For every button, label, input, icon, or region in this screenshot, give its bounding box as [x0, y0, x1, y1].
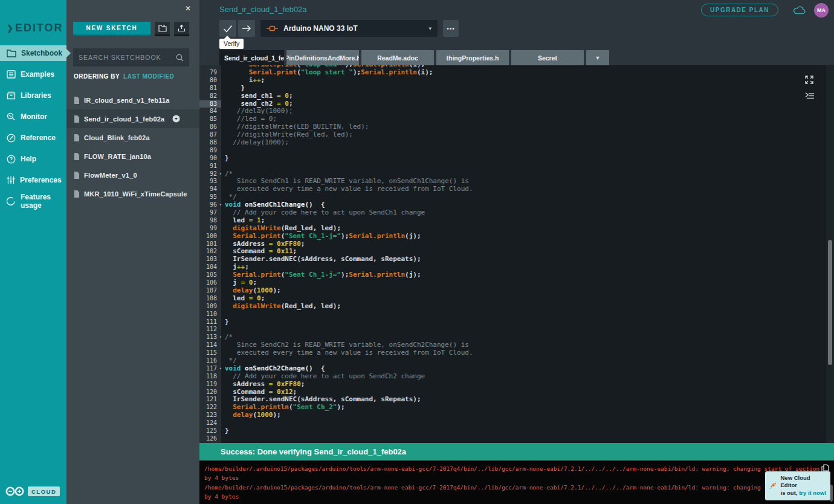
sketch-list-item[interactable]: Cloud_Blink_feb02a: [66, 128, 199, 147]
line-number: 88: [199, 139, 221, 147]
line-number: 108: [199, 295, 221, 303]
code-line: delay(1000);: [221, 412, 281, 419]
sketch-list-item[interactable]: IR_cloud_send_v1_feb11a: [66, 91, 199, 109]
board-selector[interactable]: Arduino NANO 33 IoT ▾: [260, 20, 438, 37]
line-number: 95: [199, 193, 221, 201]
sidebar-item-preferences[interactable]: Preferences: [0, 172, 66, 188]
line-number: 96▾: [199, 201, 221, 209]
new-folder-icon: [158, 24, 167, 32]
sketch-list-item[interactable]: FlowMeter_v1_0: [66, 166, 199, 184]
editor-scrollbar-track[interactable]: [826, 65, 834, 443]
sketch-name: MKR_1010_WiFi_xTimeCapsule: [84, 190, 187, 198]
code-line: executed every time a new value is recei…: [221, 349, 473, 357]
upload-button[interactable]: [238, 20, 255, 37]
editor-scrollbar-thumb[interactable]: [828, 240, 832, 365]
sketch-list: IR_cloud_send_v1_feb11a Send_ir_cloud_1_…: [66, 91, 199, 203]
code-line: //delay(1000);: [221, 139, 289, 147]
cloud-sync-icon[interactable]: [793, 5, 807, 18]
sketch-name: IR_cloud_send_v1_feb11a: [84, 97, 170, 104]
editor-logo: ❯ EDITOR: [7, 22, 63, 34]
tab-readme-adoc[interactable]: ReadMe.adoc: [361, 50, 434, 65]
code-lines: Serial.print("loop end ");Serial.println…: [199, 65, 826, 443]
line-number: 92▾: [199, 170, 221, 178]
try-it-now-link[interactable]: try it now!: [799, 489, 826, 496]
sidebar-item-monitor[interactable]: Monitor: [0, 109, 66, 124]
line-number: 110: [199, 311, 221, 318]
line-number: 90: [199, 155, 221, 163]
line-number: 119: [199, 381, 221, 389]
sidebar-item-label: Examples: [21, 70, 54, 79]
code-line: IrSender.sendNEC(sAddress, sCommand, sRe…: [221, 256, 421, 263]
sidebar-item-sketchbook[interactable]: Sketchbook: [0, 45, 66, 61]
line-number: 123: [199, 412, 221, 419]
line-number: 104: [199, 263, 221, 271]
sidebar-item-features-usage[interactable]: Features usage: [0, 193, 66, 209]
sidebar-item-help[interactable]: Help: [0, 151, 66, 167]
sketch-list-item[interactable]: Send_ir_cloud_1_feb02a: [66, 109, 199, 128]
new-folder-button[interactable]: [155, 22, 170, 36]
sidebar-item-label: Reference: [21, 134, 56, 142]
line-number: 111: [199, 318, 221, 326]
sidebar-item-examples[interactable]: Examples: [0, 66, 66, 82]
fold-caret-icon[interactable]: ▾: [219, 201, 222, 209]
fold-caret-icon[interactable]: ▾: [219, 365, 222, 373]
new-editor-notification: New Cloud Editor is out, try it now!: [765, 471, 830, 500]
editor-logo-text: EDITOR: [15, 22, 63, 34]
line-number: 82: [199, 92, 221, 100]
avatar[interactable]: MA: [814, 3, 829, 18]
arduino-infinity-icon: [5, 485, 25, 497]
tab-secret[interactable]: Secret: [511, 50, 584, 65]
verify-button[interactable]: [219, 20, 236, 37]
tab-thingproperties-h[interactable]: thingProperties.h: [436, 50, 509, 65]
sidebar-item-reference[interactable]: Reference: [0, 130, 66, 146]
more-options-button[interactable]: •••: [443, 20, 459, 37]
file-icon: [74, 172, 80, 179]
code-editor: Serial.print("loop end ");Serial.println…: [199, 65, 826, 443]
sidebar-item-label: Sketchbook: [21, 49, 62, 57]
line-number: 120: [199, 389, 221, 396]
tab-pindefinitionsandmore-h[interactable]: PinDefinitionsAndMore.h: [286, 50, 359, 65]
line-number: 94: [199, 186, 221, 193]
sketch-name: Send_ir_cloud_1_feb02a: [84, 115, 164, 123]
fullscreen-icon[interactable]: [805, 76, 813, 84]
code-line: }: [221, 427, 229, 435]
line-number: 118: [199, 373, 221, 381]
sidebar-item-label: Libraries: [21, 91, 51, 100]
magnifier-wave-icon: [7, 112, 16, 121]
arduino-create-editor: ❯ EDITOR Sketchbook Examples Libraries M…: [0, 0, 834, 504]
line-number: 117▾: [199, 365, 221, 373]
status-message: Success: Done verifying Send_ir_cloud_1_…: [221, 447, 406, 456]
search-input[interactable]: [79, 54, 176, 61]
search-icon: [176, 54, 184, 62]
line-number: 116: [199, 357, 221, 365]
sketch-list-item[interactable]: MKR_1010_WiFi_xTimeCapsule: [66, 184, 199, 203]
folder-icon: [7, 49, 16, 57]
notification-text: New Cloud Editor is out, try it now!: [781, 474, 827, 497]
new-sketch-button[interactable]: NEW SKETCH: [73, 22, 150, 36]
line-number: 103: [199, 256, 221, 263]
console-prompt-icon[interactable]: [805, 92, 814, 99]
tab-send-ir-cloud-1-feb02a[interactable]: Send_ir_cloud_1_feb02a: [219, 50, 284, 65]
sidebar-item-libraries[interactable]: Libraries: [0, 88, 66, 103]
caret-down-circle-icon[interactable]: [172, 115, 180, 123]
tab-bar: Send_ir_cloud_1_feb02aPinDefinitionsAndM…: [219, 50, 609, 65]
sketchbook-panel: ✕ NEW SKETCH ORDERING BY LAST MODIFIED I…: [66, 0, 199, 504]
fold-caret-icon[interactable]: ▾: [219, 170, 222, 178]
line-number: 99: [199, 225, 221, 233]
ordering-select[interactable]: LAST MODIFIED: [123, 73, 174, 80]
sketch-name: Cloud_Blink_feb02a: [84, 134, 150, 141]
upgrade-plan-button[interactable]: UPGRADE PLAN: [701, 4, 778, 16]
board-icon: [267, 25, 278, 31]
chevron-down-icon: ▾: [428, 25, 432, 31]
sketch-list-item[interactable]: FLOW_RATE_jan10a: [66, 147, 199, 166]
line-number: 86: [199, 123, 221, 131]
close-icon[interactable]: ✕: [185, 4, 191, 13]
import-icon: [178, 24, 186, 32]
sketch-name: FlowMeter_v1_0: [84, 172, 137, 179]
tab-overflow-button[interactable]: ▼: [586, 50, 609, 65]
import-button[interactable]: [174, 22, 189, 36]
line-number: [199, 65, 221, 69]
list-card-icon: [7, 70, 16, 79]
fold-caret-icon[interactable]: ▾: [219, 334, 222, 341]
file-icon: [74, 97, 80, 104]
